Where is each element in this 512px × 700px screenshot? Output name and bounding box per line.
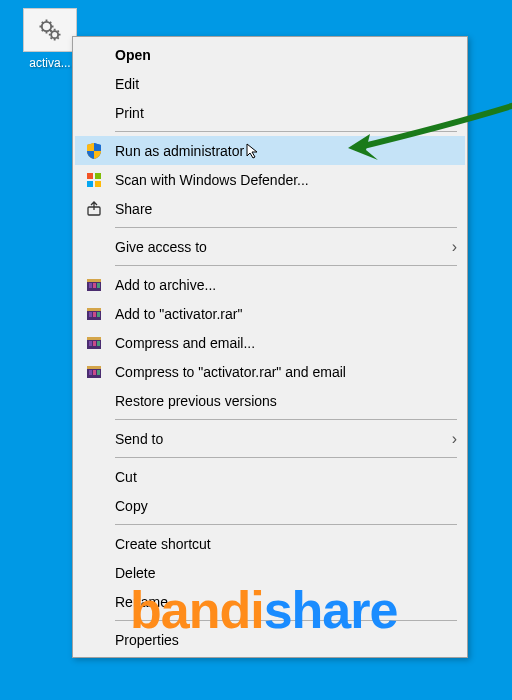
chevron-right-icon: › bbox=[452, 430, 457, 448]
menu-label: Compress and email... bbox=[115, 335, 255, 351]
svg-rect-16 bbox=[97, 312, 100, 317]
shield-icon bbox=[85, 142, 103, 160]
svg-rect-23 bbox=[87, 366, 101, 369]
svg-rect-8 bbox=[87, 279, 101, 282]
menu-edit[interactable]: Edit bbox=[75, 69, 465, 98]
menu-label: Print bbox=[115, 105, 144, 121]
menu-restore-versions[interactable]: Restore previous versions bbox=[75, 386, 465, 415]
menu-label: Open bbox=[115, 47, 151, 63]
svg-rect-9 bbox=[89, 283, 92, 288]
svg-rect-11 bbox=[97, 283, 100, 288]
menu-separator bbox=[115, 227, 457, 228]
menu-open[interactable]: Open bbox=[75, 40, 465, 69]
menu-give-access-to[interactable]: Give access to › bbox=[75, 232, 465, 261]
svg-rect-25 bbox=[93, 370, 96, 375]
menu-properties[interactable]: Properties bbox=[75, 625, 465, 654]
menu-compress-email[interactable]: Compress and email... bbox=[75, 328, 465, 357]
svg-rect-20 bbox=[93, 341, 96, 346]
svg-rect-19 bbox=[89, 341, 92, 346]
menu-cut[interactable]: Cut bbox=[75, 462, 465, 491]
menu-separator bbox=[115, 265, 457, 266]
menu-label: Add to "activator.rar" bbox=[115, 306, 242, 322]
menu-add-to-archive[interactable]: Add to archive... bbox=[75, 270, 465, 299]
menu-label: Scan with Windows Defender... bbox=[115, 172, 309, 188]
menu-separator bbox=[115, 620, 457, 621]
menu-compress-rar-email[interactable]: Compress to "activator.rar" and email bbox=[75, 357, 465, 386]
menu-label: Share bbox=[115, 201, 152, 217]
menu-label: Compress to "activator.rar" and email bbox=[115, 364, 346, 380]
windows-defender-icon bbox=[85, 171, 103, 189]
winrar-icon bbox=[85, 305, 103, 323]
svg-rect-5 bbox=[95, 181, 101, 187]
menu-label: Copy bbox=[115, 498, 148, 514]
menu-label: Create shortcut bbox=[115, 536, 211, 552]
menu-label: Give access to bbox=[115, 239, 207, 255]
winrar-icon bbox=[85, 276, 103, 294]
svg-rect-24 bbox=[89, 370, 92, 375]
batch-file-icon bbox=[23, 8, 77, 52]
menu-separator bbox=[115, 419, 457, 420]
svg-rect-26 bbox=[97, 370, 100, 375]
menu-separator bbox=[115, 524, 457, 525]
menu-label: Delete bbox=[115, 565, 155, 581]
menu-label: Properties bbox=[115, 632, 179, 648]
menu-create-shortcut[interactable]: Create shortcut bbox=[75, 529, 465, 558]
mouse-cursor-icon bbox=[245, 142, 263, 160]
menu-send-to[interactable]: Send to › bbox=[75, 424, 465, 453]
winrar-icon bbox=[85, 334, 103, 352]
svg-rect-3 bbox=[95, 173, 101, 179]
menu-label: Restore previous versions bbox=[115, 393, 277, 409]
svg-rect-15 bbox=[93, 312, 96, 317]
menu-label: Add to archive... bbox=[115, 277, 216, 293]
svg-rect-21 bbox=[97, 341, 100, 346]
svg-rect-13 bbox=[87, 308, 101, 311]
svg-rect-14 bbox=[89, 312, 92, 317]
menu-add-to-rar[interactable]: Add to "activator.rar" bbox=[75, 299, 465, 328]
menu-label: Run as administrator bbox=[115, 143, 244, 159]
menu-label: Edit bbox=[115, 76, 139, 92]
menu-separator bbox=[115, 457, 457, 458]
chevron-right-icon: › bbox=[452, 238, 457, 256]
menu-label: Send to bbox=[115, 431, 163, 447]
menu-rename[interactable]: Rename bbox=[75, 587, 465, 616]
menu-label: Rename bbox=[115, 594, 168, 610]
menu-copy[interactable]: Copy bbox=[75, 491, 465, 520]
svg-rect-18 bbox=[87, 337, 101, 340]
svg-rect-10 bbox=[93, 283, 96, 288]
svg-rect-2 bbox=[87, 173, 93, 179]
share-icon bbox=[85, 200, 103, 218]
menu-label: Cut bbox=[115, 469, 137, 485]
winrar-icon bbox=[85, 363, 103, 381]
annotation-arrow-icon bbox=[340, 100, 512, 203]
menu-delete[interactable]: Delete bbox=[75, 558, 465, 587]
svg-point-1 bbox=[51, 31, 58, 38]
svg-rect-4 bbox=[87, 181, 93, 187]
